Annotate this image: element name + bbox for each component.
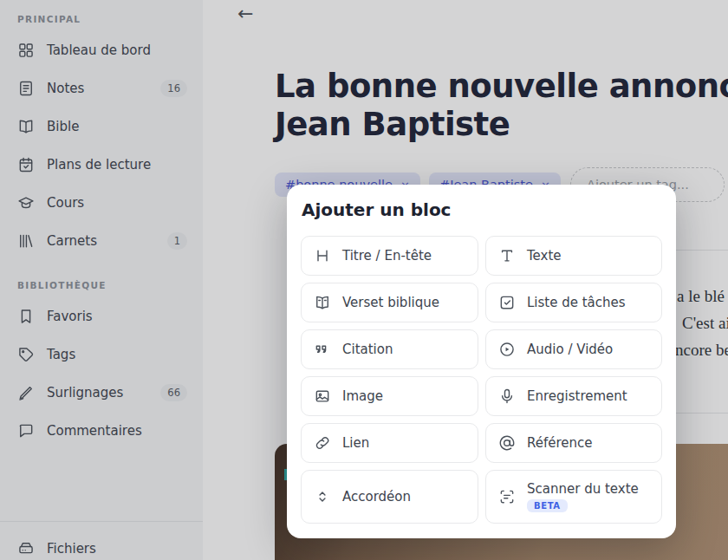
scan-text-icon [498, 488, 516, 505]
heading-icon [314, 247, 331, 264]
quote-icon [314, 341, 331, 358]
block-button-texte[interactable]: Texte [485, 236, 662, 276]
block-button-scanner-du-texte[interactable]: Scanner du texte BETA [485, 470, 662, 524]
block-button-reference[interactable]: Référence [485, 423, 662, 463]
block-button-verset-biblique[interactable]: Verset biblique [301, 283, 478, 322]
image-icon [314, 387, 331, 405]
block-button-enregistrement[interactable]: Enregistrement [485, 376, 662, 416]
block-button-audio-video[interactable]: Audio / Vidéo [485, 329, 662, 369]
accordion-icon [314, 488, 331, 505]
block-button-accordeon[interactable]: Accordéon [301, 470, 478, 524]
bible-verse-icon [314, 294, 331, 311]
block-button-image[interactable]: Image [301, 376, 478, 416]
beta-badge: BETA [527, 499, 568, 512]
text-icon [498, 247, 516, 264]
block-button-liste-de-taches[interactable]: Liste de tâches [485, 283, 662, 322]
block-button-titre-en-tete[interactable]: Titre / En-tête [301, 236, 478, 276]
link-icon [314, 434, 331, 452]
block-button-lien[interactable]: Lien [301, 423, 478, 463]
at-sign-icon [498, 434, 516, 452]
checklist-icon [498, 294, 516, 311]
block-type-grid: Titre / En-tête Texte Verset biblique Li… [301, 236, 662, 524]
add-block-modal: Ajouter un bloc Titre / En-tête Texte Ve… [287, 185, 676, 538]
play-circle-icon [498, 341, 516, 358]
microphone-icon [498, 387, 516, 405]
block-button-citation[interactable]: Citation [301, 329, 478, 369]
modal-title: Ajouter un bloc [302, 199, 451, 220]
